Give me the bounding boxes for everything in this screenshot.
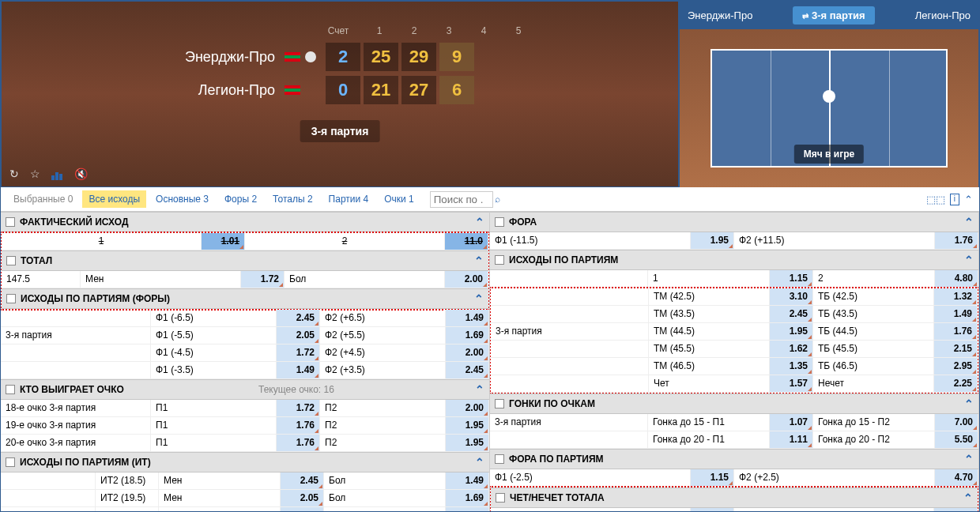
checkbox[interactable] xyxy=(495,454,504,464)
checkbox[interactable] xyxy=(6,457,15,467)
collapse-icon[interactable]: ⌃ xyxy=(474,292,484,305)
collapse-icon[interactable]: ⌃ xyxy=(963,491,973,504)
odd-cell[interactable]: 2.45 xyxy=(770,306,813,322)
odd-cell[interactable]: 1.72 xyxy=(277,344,320,361)
odd-cell[interactable]: 1.76 xyxy=(277,417,320,434)
odd-cell[interactable]: 1.72 xyxy=(277,400,320,416)
odd-cell[interactable]: 1.49 xyxy=(446,310,489,326)
odd-cell[interactable]: 2.00 xyxy=(446,400,489,416)
checkbox[interactable] xyxy=(495,399,504,408)
odd-cell[interactable]: 1.76 xyxy=(934,323,978,340)
odd-cell[interactable]: 2.15 xyxy=(934,341,978,357)
menu-points[interactable]: Очки 1 xyxy=(378,190,420,208)
search-icon[interactable]: ⌕ xyxy=(495,194,500,205)
collapse-icon[interactable]: ⌃ xyxy=(964,397,974,410)
menu-main[interactable]: Основные 3 xyxy=(149,190,215,208)
refresh-icon[interactable]: ↻ xyxy=(9,168,19,180)
info-icon[interactable]: i xyxy=(950,194,959,205)
odd-cell[interactable]: 1.72 xyxy=(241,271,285,288)
odd-cell[interactable]: 7.00 xyxy=(935,414,978,431)
odd-cell[interactable]: 1.32 xyxy=(934,288,978,305)
checkbox[interactable] xyxy=(495,255,504,265)
odd-cell[interactable]: 2.05 xyxy=(277,327,320,344)
odd-cell[interactable]: 1.95 xyxy=(446,417,489,434)
market-it-header[interactable]: ИСХОДЫ ПО ПАРТИЯМ (ИТ) ⌃ xyxy=(1,452,489,472)
market-total-header[interactable]: ТОТАЛ ⌃ xyxy=(2,250,488,271)
odd-cell[interactable]: 1.49 xyxy=(277,362,320,378)
odd-cell[interactable]: 1.07 xyxy=(770,414,813,431)
odd-cell[interactable]: 3.10 xyxy=(770,288,813,305)
odd-cell[interactable]: 11.0 xyxy=(445,233,488,250)
stats-icon[interactable] xyxy=(51,168,63,180)
collapse-all-icon[interactable]: ⌃ xyxy=(964,194,973,205)
market-oddeven-header[interactable]: ЧЕТ/НЕЧЕТ ТОТАЛА ⌃ xyxy=(491,488,978,508)
odd-cell[interactable]: 5.50 xyxy=(935,431,978,448)
checkbox[interactable] xyxy=(6,256,16,265)
checkbox[interactable] xyxy=(495,217,504,227)
court-set-button[interactable]: ⇄ 3-я партия xyxy=(793,6,874,24)
market-setfora-header[interactable]: ИСХОДЫ ПО ПАРТИЯМ (ФОРЫ) ⌃ xyxy=(2,288,488,309)
collapse-icon[interactable]: ⌃ xyxy=(964,453,974,465)
odd-cell[interactable]: 2.45 xyxy=(281,472,324,489)
odd-cell[interactable]: 1.62 xyxy=(770,341,813,357)
market-row: 18-е очко 3-я партияП11.72П22.00 xyxy=(1,400,489,417)
mute-icon[interactable]: 🔇 xyxy=(74,168,88,180)
market-setfora2-header[interactable]: ФОРА ПО ПАРТИЯМ ⌃ xyxy=(490,449,978,469)
market-pointwin-header[interactable]: КТО ВЫИГРАЕТ ОЧКО Текущее очко: 16 ⌃ xyxy=(1,379,489,400)
odd-cell[interactable]: 1.76 xyxy=(277,435,320,451)
menu-sets[interactable]: Партии 4 xyxy=(322,190,375,208)
odd-cell[interactable]: 2.45 xyxy=(446,362,489,378)
market-race-header[interactable]: ГОНКИ ПО ОЧКАМ ⌃ xyxy=(490,393,978,414)
menu-all[interactable]: Все исходы xyxy=(82,190,146,208)
odd-cell[interactable]: 1.15 xyxy=(770,270,813,287)
market-setout-header[interactable]: ИСХОДЫ ПО ПАРТИЯМ ⌃ xyxy=(490,250,978,270)
market-row: 3-я партияГонка до 15 - П11.07Гонка до 1… xyxy=(490,414,978,431)
odd-cell[interactable]: 4.80 xyxy=(935,270,978,287)
odd-cell[interactable]: 1.95 xyxy=(691,232,734,249)
collapse-icon[interactable]: ⌃ xyxy=(475,456,484,469)
market-factual-header[interactable]: ФАКТИЧЕСКИЙ ИСХОД ⌃ xyxy=(1,212,489,232)
market-fora-header[interactable]: ФОРА ⌃ xyxy=(490,212,978,232)
checkbox[interactable] xyxy=(6,385,15,394)
odd-cell[interactable]: 2.25 xyxy=(934,375,978,392)
checkbox[interactable] xyxy=(6,217,15,227)
menu-selected[interactable]: Выбранные 0 xyxy=(7,190,79,208)
odd-cell[interactable]: 1.72 xyxy=(281,507,324,512)
odd-cell[interactable]: 2.95 xyxy=(934,358,978,375)
odd-cell[interactable]: 1.76 xyxy=(935,232,978,249)
menu-fora[interactable]: Форы 2 xyxy=(218,190,263,208)
odd-cell[interactable]: 2.05 xyxy=(934,508,978,512)
collapse-icon[interactable]: ⌃ xyxy=(475,383,484,396)
collapse-icon[interactable]: ⌃ xyxy=(964,216,974,228)
odd-cell[interactable]: 1.49 xyxy=(934,306,978,322)
odd-cell[interactable]: 1.69 xyxy=(446,327,489,344)
collapse-icon[interactable]: ⌃ xyxy=(475,216,484,228)
odd-cell[interactable]: 4.70 xyxy=(935,469,978,486)
market-row: Ф1 (-4.5)1.72Ф2 (+4.5)2.00 xyxy=(1,344,489,362)
market-row: Ф1 (-3.5)1.49Ф2 (+3.5)2.45 xyxy=(1,362,489,379)
market-row: ТМ (42.5)3.10ТБ (42.5)1.32 xyxy=(491,288,978,306)
checkbox[interactable] xyxy=(496,493,505,503)
checkbox[interactable] xyxy=(6,294,16,303)
odd-cell[interactable]: 2.00 xyxy=(446,344,489,361)
collapse-icon[interactable]: ⌃ xyxy=(964,254,974,266)
layout-icon[interactable]: ⬚⬚ xyxy=(926,194,945,205)
odd-cell[interactable]: 1.35 xyxy=(770,358,813,375)
odd-cell[interactable]: 1.57 xyxy=(770,375,813,392)
collapse-icon[interactable]: ⌃ xyxy=(474,254,484,267)
odd-cell[interactable]: 1.01 xyxy=(202,233,245,250)
odd-cell[interactable]: 1.11 xyxy=(770,431,813,448)
search-input[interactable] xyxy=(430,191,493,208)
odd-cell[interactable]: 1.15 xyxy=(691,469,734,486)
odd-cell[interactable]: 2.05 xyxy=(281,490,324,506)
odd-cell[interactable]: 1.69 xyxy=(446,490,489,506)
odd-cell[interactable]: 2.00 xyxy=(445,271,488,288)
menu-totals[interactable]: Тоталы 2 xyxy=(266,190,318,208)
star-icon[interactable]: ☆ xyxy=(30,168,40,180)
odd-cell[interactable]: 1.95 xyxy=(770,323,813,340)
odd-cell[interactable]: 2.00 xyxy=(446,507,489,512)
odd-cell[interactable]: 1.95 xyxy=(446,435,489,451)
odd-cell[interactable]: 2.45 xyxy=(277,310,320,326)
odd-cell[interactable]: 1.49 xyxy=(446,472,489,489)
odd-cell[interactable]: 1.69 xyxy=(691,508,734,512)
